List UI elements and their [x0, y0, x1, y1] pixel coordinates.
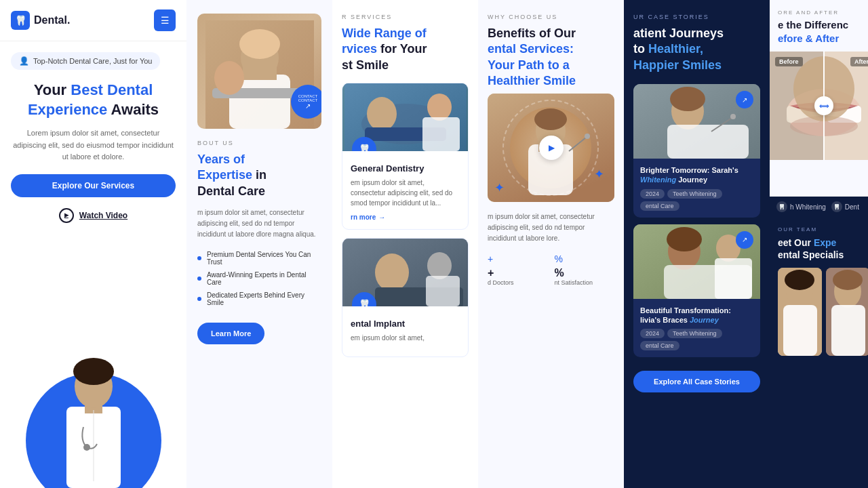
service-content-2: ental Implant em ipsum dolor sit amet,	[342, 306, 468, 357]
services-title-accent: Wide Range ofrvices	[342, 26, 427, 56]
play-triangle-icon: ▶	[549, 143, 555, 152]
about-title: Years ofExpertise inDental Care	[197, 152, 321, 199]
feature-item-3: Dedicated Experts Behind Every Smile	[197, 291, 321, 306]
team-doctor-svg-2	[826, 268, 868, 356]
case-section-label: UR CASE STORIES	[633, 14, 760, 20]
before-after-section: ORE AND AFTER e the Differencefore & Aft…	[770, 0, 868, 197]
why-title-accent: ental Services:	[488, 42, 574, 56]
case-link-btn-1[interactable]: ↗	[736, 91, 753, 108]
stat-label-satisfaction: nt Satisfaction	[555, 279, 615, 286]
svg-point-35	[670, 87, 705, 111]
case-story-title-accent-1: Whitening	[640, 176, 676, 184]
stat-number-satisfaction: %	[555, 267, 615, 279]
why-video-bg: ▶	[488, 94, 614, 202]
panel-about: CONTACT CONTACT ↗ BOUT US Years ofExpert…	[186, 0, 332, 488]
video-play-button[interactable]: ▶	[539, 136, 564, 160]
svg-rect-55	[783, 305, 817, 356]
why-path-accent: Your Path to aHealthier Smile	[488, 58, 576, 87]
service-desc-2: em ipsum dolor sit amet,	[351, 333, 460, 343]
stat-label-doctors: d Doctors	[488, 279, 548, 286]
why-section-label: WHY CHOOSE US	[488, 14, 614, 20]
hero-badge: 👤 Top-Notch Dental Care, Just for You	[11, 52, 160, 70]
arrow-icon-1: →	[378, 214, 385, 221]
case-story-title-1: Brighter Tomorrow: Sarah's Whitening Jou…	[640, 165, 753, 185]
doctor-svg	[53, 352, 134, 488]
logo-icon: 🦷	[11, 11, 30, 30]
svg-point-15	[367, 97, 397, 131]
service-card-1: 🦷 General Dentistry em ipsum dolor sit a…	[342, 83, 469, 230]
case-content-1: Brighter Tomorrow: Sarah's Whitening Jou…	[633, 159, 760, 218]
why-description: m ipsum dolor sit amet, consectetur adip…	[488, 211, 614, 244]
service-content-1: General Dentistry em ipsum dolor sit ame…	[342, 151, 468, 229]
service-learn-more-1[interactable]: rn more →	[351, 214, 460, 221]
feature-text-3: Dedicated Experts Behind Every Smile	[207, 291, 321, 306]
header: 🦷 Dental. ☰	[0, 0, 186, 41]
panel-before-after-team: ORE AND AFTER e the Differencefore & Aft…	[770, 0, 868, 488]
case-img-1: ↗	[633, 84, 760, 159]
learn-more-label: Learn More	[211, 329, 251, 338]
case-card-1: ↗ Brighter Tomorrow: Sarah's Whitening J…	[633, 84, 760, 218]
feature-item-1: Premium Dental Services You Can Trust	[197, 251, 321, 266]
svg-point-5	[83, 444, 90, 451]
why-title: Benefits of Ourental Services: Your Path…	[488, 26, 614, 89]
logo: 🦷 Dental.	[11, 11, 70, 30]
tag-text-dent: Dent	[845, 203, 859, 211]
services-header: R SERVICES Wide Range ofrvices for Yours…	[342, 14, 469, 73]
logo-text: Dental.	[34, 14, 70, 26]
services-title: Wide Range ofrvices for Yourst Smile	[342, 26, 469, 73]
svg-point-8	[239, 29, 280, 59]
play-icon: ▶	[59, 208, 74, 223]
features-list: Premium Dental Services You Can Trust Aw…	[197, 251, 321, 312]
stat-icon-doctors: +	[488, 253, 548, 264]
feature-item-2: Award-Winning Experts in Dental Care	[197, 271, 321, 286]
watch-video-button[interactable]: ▶ Watch Video	[59, 208, 127, 223]
svg-point-12	[214, 61, 244, 95]
feature-dot-3	[197, 297, 201, 301]
ba-title-accent: efore & After	[778, 33, 839, 44]
explore-services-button[interactable]: Explore Our Services	[11, 174, 176, 197]
service-image-2: 🦷	[342, 239, 468, 306]
team-photo-bg-1	[778, 268, 822, 356]
stat-satisfaction: % % nt Satisfaction	[555, 253, 615, 286]
case-tag-year-1: 2024	[640, 189, 665, 199]
service-desc-1: em ipsum dolor sit amet, consectetur adi…	[351, 178, 460, 208]
case-tag-care-1: ental Care	[640, 201, 679, 211]
deco-star-1: ✦	[494, 180, 505, 195]
team-section: OUR TEAM eet Our Expeental Specialis	[770, 217, 868, 488]
tag-dot-dent: 🦷	[831, 201, 842, 212]
contact-text-1: CONTACT	[298, 94, 318, 98]
ba-slider-button[interactable]: ⟺	[814, 96, 833, 115]
case-title-accent: Healthier,Happier Smiles	[633, 42, 722, 71]
case-title: atient Journeysto Healthier,Happier Smil…	[633, 26, 760, 73]
case-link-btn-2[interactable]: ↗	[736, 231, 753, 249]
learn-more-text-1: rn more	[351, 214, 376, 221]
tooth-icon-1: 🦷	[359, 144, 370, 151]
team-photo-1	[778, 268, 822, 356]
hero-title-accent: Best DentalExperience	[28, 81, 153, 118]
doctor-illustration	[0, 339, 186, 488]
panel-case-stories: UR CASE STORIES atient Journeysto Health…	[624, 0, 770, 488]
service-name-1: General Dentistry	[351, 163, 460, 174]
tooth-icon-2: 🦷	[359, 299, 370, 306]
case-arrow-icon-2: ↗	[742, 236, 747, 243]
contact-text-2: CONTACT	[298, 98, 318, 102]
feature-dot-1	[197, 256, 201, 260]
tag-dot-whitening: 🦷	[776, 201, 787, 212]
menu-button[interactable]: ☰	[154, 9, 176, 31]
feature-text-1: Premium Dental Services You Can Trust	[207, 251, 321, 266]
after-label: After	[850, 57, 868, 66]
learn-more-button[interactable]: Learn More	[197, 323, 264, 344]
svg-point-22	[427, 252, 452, 279]
tag-item-whitening: 🦷 h Whitening	[776, 201, 826, 212]
svg-point-58	[833, 270, 863, 290]
services-section-label: R SERVICES	[342, 14, 469, 20]
explore-stories-button[interactable]: Explore All Case Stories	[633, 371, 760, 392]
contact-badge[interactable]: CONTACT CONTACT ↗	[291, 85, 321, 119]
why-video: ▶ ✦ ✦	[488, 94, 614, 202]
stat-doctors: + + d Doctors	[488, 253, 548, 286]
watch-video-label: Watch Video	[79, 211, 127, 220]
case-tags-2: 2024 Teeth Whitening ental Care	[640, 329, 753, 350]
badge-icon: 👤	[19, 56, 29, 66]
ba-section-label: ORE AND AFTER	[770, 0, 868, 18]
svg-point-20	[375, 253, 409, 291]
